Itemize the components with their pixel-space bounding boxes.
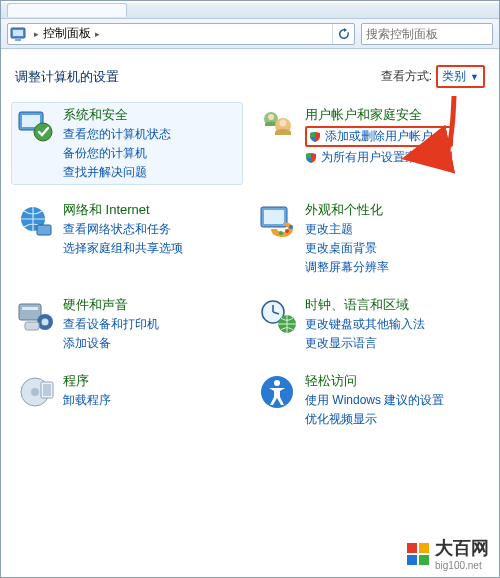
category-network[interactable]: 网络和 Internet 查看网络状态和任务 选择家庭组和共享选项: [11, 197, 243, 280]
svg-point-17: [279, 231, 283, 235]
svg-rect-13: [37, 225, 51, 235]
category-link[interactable]: 更改键盘或其他输入法: [305, 316, 425, 333]
window-tab[interactable]: [7, 3, 127, 17]
view-by-label: 查看方式:: [381, 68, 432, 85]
category-grid: 系统和安全 查看您的计算机状态 备份您的计算机 查找并解决问题 用户帐户和家庭安…: [1, 94, 499, 446]
link-add-remove-user[interactable]: 添加或删除用户帐户: [305, 126, 453, 147]
programs-icon: [15, 372, 55, 412]
clock-language-icon: [257, 296, 297, 336]
svg-rect-1: [13, 30, 23, 36]
ease-of-access-icon: [257, 372, 297, 412]
watermark-domain: big100.net: [435, 560, 489, 571]
address-bar: ▸ 控制面板 ▸: [1, 19, 499, 49]
category-title[interactable]: 系统和安全: [63, 106, 171, 124]
svg-rect-19: [19, 304, 41, 320]
category-appearance[interactable]: 外观和个性化 更改主题 更改桌面背景 调整屏幕分辨率: [253, 197, 485, 280]
category-link[interactable]: 查看设备和打印机: [63, 316, 159, 333]
search-box[interactable]: [361, 23, 493, 45]
category-system-security[interactable]: 系统和安全 查看您的计算机状态 备份您的计算机 查找并解决问题: [11, 102, 243, 185]
category-title[interactable]: 用户帐户和家庭安全: [305, 106, 453, 124]
content-header: 调整计算机的设置 查看方式: 类别 ▼: [1, 49, 499, 94]
svg-rect-31: [43, 384, 51, 396]
chevron-right-icon: ▸: [95, 29, 100, 39]
network-icon: [15, 201, 55, 241]
category-title[interactable]: 轻松访问: [305, 372, 444, 390]
category-link[interactable]: 添加设备: [63, 335, 159, 352]
category-title[interactable]: 外观和个性化: [305, 201, 389, 219]
breadcrumb-root[interactable]: ▸ 控制面板 ▸: [28, 24, 106, 44]
svg-point-33: [274, 380, 280, 386]
svg-point-18: [289, 225, 293, 229]
window-titlebar: [1, 3, 499, 19]
category-link[interactable]: 更改桌面背景: [305, 240, 389, 257]
control-panel-icon: [8, 24, 28, 44]
category-link[interactable]: 调整屏幕分辨率: [305, 259, 389, 276]
user-accounts-icon: [257, 106, 297, 146]
breadcrumb-label: 控制面板: [43, 25, 91, 42]
svg-point-16: [285, 229, 289, 233]
category-ease-of-access[interactable]: 轻松访问 使用 Windows 建议的设置 优化视频显示: [253, 368, 485, 432]
watermark-logo: [407, 543, 429, 565]
category-link[interactable]: 选择家庭组和共享选项: [63, 240, 183, 257]
chevron-right-icon: ▸: [34, 29, 39, 39]
category-title[interactable]: 时钟、语言和区域: [305, 296, 425, 314]
svg-point-22: [42, 319, 49, 326]
category-programs[interactable]: 程序 卸载程序: [11, 368, 243, 432]
watermark-text: 大百网 big100.net: [435, 536, 489, 571]
category-link[interactable]: 更改显示语言: [305, 335, 425, 352]
appearance-icon: [257, 201, 297, 241]
chevron-down-icon: ▼: [470, 72, 479, 82]
category-hardware-sound[interactable]: 硬件和声音 查看设备和打印机 添加设备: [11, 292, 243, 356]
svg-rect-2: [15, 39, 21, 41]
category-title[interactable]: 网络和 Internet: [63, 201, 183, 219]
breadcrumb[interactable]: ▸ 控制面板 ▸: [7, 23, 355, 45]
view-by-value: 类别: [442, 68, 466, 85]
uac-shield-icon: [305, 152, 317, 164]
view-by: 查看方式: 类别 ▼: [381, 65, 485, 88]
category-title[interactable]: 程序: [63, 372, 111, 390]
svg-point-29: [31, 388, 39, 396]
svg-rect-23: [25, 322, 39, 330]
category-link[interactable]: 查看您的计算机状态: [63, 126, 171, 143]
category-user-accounts[interactable]: 用户帐户和家庭安全 添加或删除用户帐户 为所有用户设置家长控制: [253, 102, 485, 185]
category-link[interactable]: 优化视频显示: [305, 411, 444, 428]
svg-rect-20: [22, 307, 38, 310]
category-link[interactable]: 更改主题: [305, 221, 389, 238]
watermark: 大百网 big100.net: [407, 536, 489, 571]
uac-shield-icon: [309, 131, 321, 143]
category-link[interactable]: 使用 Windows 建议的设置: [305, 392, 444, 409]
svg-point-9: [268, 114, 274, 120]
view-by-dropdown[interactable]: 类别 ▼: [436, 65, 485, 88]
category-link[interactable]: 查找并解决问题: [63, 164, 171, 181]
category-link[interactable]: 查看网络状态和任务: [63, 221, 183, 238]
category-link[interactable]: 备份您的计算机: [63, 145, 171, 162]
category-link[interactable]: 卸载程序: [63, 392, 111, 409]
category-clock-language[interactable]: 时钟、语言和区域 更改键盘或其他输入法 更改显示语言: [253, 292, 485, 356]
category-title[interactable]: 硬件和声音: [63, 296, 159, 314]
system-security-icon: [15, 106, 55, 146]
search-input[interactable]: [366, 27, 500, 41]
svg-rect-15: [264, 210, 284, 224]
svg-point-11: [280, 120, 287, 127]
watermark-brand: 大百网: [435, 538, 489, 558]
link-parental-controls[interactable]: 为所有用户设置家长控制: [305, 149, 453, 166]
page-title: 调整计算机的设置: [15, 68, 119, 86]
refresh-button[interactable]: [332, 24, 354, 44]
hardware-sound-icon: [15, 296, 55, 336]
